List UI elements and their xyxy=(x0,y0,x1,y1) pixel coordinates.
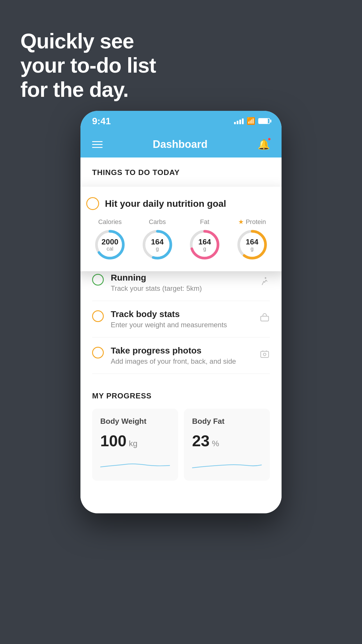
nav-bar: Dashboard 🔔 xyxy=(80,131,282,158)
progress-card-body-fat[interactable]: Body Fat 23 % xyxy=(184,409,270,481)
todo-circle-running xyxy=(92,274,104,286)
donut-ring-carbs: 164 g xyxy=(141,229,173,261)
donut-value-carbs: 164 xyxy=(151,238,164,246)
todo-icon-progress-photos xyxy=(259,349,270,362)
my-progress-header: MY PROGRESS xyxy=(92,391,270,400)
todo-list: Running Track your stats (target: 5km) T… xyxy=(80,265,282,374)
nutrition-label-fat: Fat xyxy=(200,218,209,226)
nutrition-circle-check[interactable] xyxy=(86,197,99,210)
headline-line2: your to-do list xyxy=(20,54,156,77)
signal-icon xyxy=(234,118,244,124)
phone-shell: 9:41 📶 Dashboard xyxy=(80,111,282,513)
sparkline-body-fat xyxy=(192,457,262,471)
todo-text-progress-photos: Take progress photos Add images of your … xyxy=(111,346,270,365)
progress-value-row-body-fat: 23 % xyxy=(192,432,262,450)
donut-value-calories: 2000 xyxy=(101,238,118,246)
todo-icon-body-stats xyxy=(259,313,270,326)
donut-center-protein: 164 g xyxy=(246,238,258,252)
nutrition-item-carbs: Carbs 164 g xyxy=(141,218,173,261)
todo-item-body-stats[interactable]: Track body stats Enter your weight and m… xyxy=(92,301,270,337)
bell-button[interactable]: 🔔 xyxy=(258,139,270,150)
donut-center-carbs: 164 g xyxy=(151,238,164,252)
nutrition-item-fat: Fat 164 g xyxy=(189,218,221,261)
progress-card-body-weight[interactable]: Body Weight 100 kg xyxy=(92,409,178,481)
headline: Quickly see your to-do list for the day. xyxy=(20,29,156,102)
todo-icon-running xyxy=(259,276,270,289)
nutrition-item-calories: Calories 2000 cal xyxy=(94,218,126,261)
progress-value-body-weight: 100 xyxy=(100,432,126,450)
nutrition-card-header: Hit your daily nutrition goal xyxy=(86,197,276,210)
todo-title-body-stats: Track body stats xyxy=(111,309,270,319)
nutrition-card-title: Hit your daily nutrition goal xyxy=(105,198,226,209)
donut-unit-calories: cal xyxy=(101,246,118,252)
progress-cards-row: Body Weight 100 kg Body Fat 23 % xyxy=(92,409,270,481)
donut-unit-protein: g xyxy=(246,246,258,252)
progress-card-title-body-fat: Body Fat xyxy=(192,417,262,426)
svg-point-10 xyxy=(263,353,266,356)
donut-value-protein: 164 xyxy=(246,238,258,246)
headline-line1: Quickly see xyxy=(20,29,134,53)
todo-title-running: Running xyxy=(111,273,270,283)
todo-text-running: Running Track your stats (target: 5km) xyxy=(111,273,270,293)
headline-line3: for the day. xyxy=(20,78,129,101)
progress-unit-body-fat: % xyxy=(212,439,219,448)
battery-icon xyxy=(258,118,270,124)
donut-unit-carbs: g xyxy=(151,246,164,252)
progress-card-title-body-weight: Body Weight xyxy=(100,417,170,426)
todo-subtitle-running: Track your stats (target: 5km) xyxy=(111,284,270,293)
donut-center-fat: 164 g xyxy=(198,238,211,252)
donut-ring-protein: 164 g xyxy=(236,229,268,261)
todo-subtitle-progress-photos: Add images of your front, back, and side xyxy=(111,357,270,365)
main-content: THINGS TO DO TODAY Hit your daily nutrit… xyxy=(80,158,282,513)
donut-unit-fat: g xyxy=(198,246,211,252)
todo-item-progress-photos[interactable]: Take progress photos Add images of your … xyxy=(92,337,270,374)
todo-subtitle-body-stats: Enter your weight and measurements xyxy=(111,321,270,329)
status-icons: 📶 xyxy=(234,117,270,125)
bell-notification-dot xyxy=(268,137,271,141)
nutrition-card: Hit your daily nutrition goal Calories 2… xyxy=(80,187,282,271)
nutrition-items-row: Calories 2000 cal Carbs 164 g Fat xyxy=(86,218,276,261)
svg-rect-9 xyxy=(261,351,269,358)
hamburger-menu[interactable] xyxy=(92,141,103,148)
my-progress-section: MY PROGRESS Body Weight 100 kg Body Fat … xyxy=(80,380,282,481)
donut-ring-calories: 2000 cal xyxy=(94,229,126,261)
todo-title-progress-photos: Take progress photos xyxy=(111,346,270,356)
svg-rect-8 xyxy=(261,316,269,321)
progress-unit-body-weight: kg xyxy=(129,439,138,448)
status-bar: 9:41 📶 xyxy=(80,111,282,131)
sparkline-body-weight xyxy=(100,457,170,471)
donut-value-fat: 164 xyxy=(198,238,211,246)
star-icon: ★ xyxy=(238,218,244,226)
nutrition-label-carbs: Carbs xyxy=(149,218,166,226)
nav-title: Dashboard xyxy=(153,138,208,150)
nutrition-item-protein: ★Protein 164 g xyxy=(236,218,268,261)
nutrition-label-calories: Calories xyxy=(98,218,122,226)
status-time: 9:41 xyxy=(92,116,111,127)
donut-center-calories: 2000 cal xyxy=(101,238,118,252)
wifi-icon: 📶 xyxy=(247,117,255,125)
phone-wrapper: 9:41 📶 Dashboard xyxy=(80,111,282,513)
things-to-do-header: THINGS TO DO TODAY xyxy=(80,158,282,183)
todo-circle-progress-photos xyxy=(92,347,104,358)
progress-value-body-fat: 23 xyxy=(192,432,210,450)
todo-text-body-stats: Track body stats Enter your weight and m… xyxy=(111,309,270,329)
todo-circle-body-stats xyxy=(92,310,104,322)
progress-value-row-body-weight: 100 kg xyxy=(100,432,170,450)
nutrition-label-protein: ★Protein xyxy=(238,218,266,226)
donut-ring-fat: 164 g xyxy=(189,229,221,261)
